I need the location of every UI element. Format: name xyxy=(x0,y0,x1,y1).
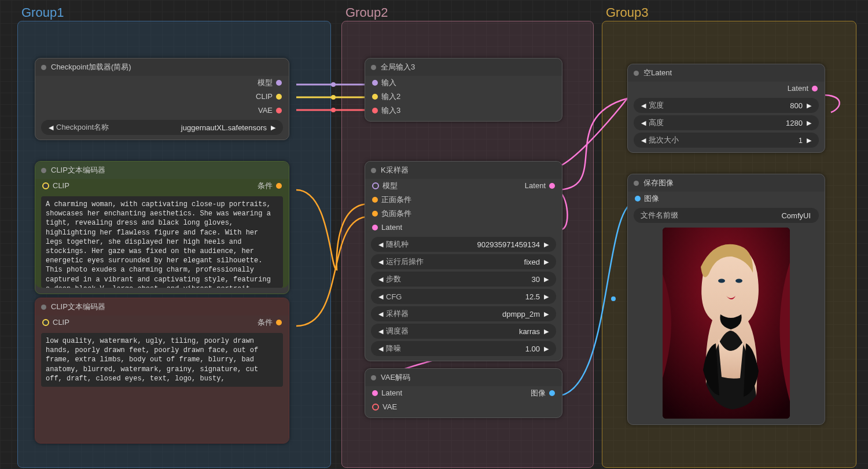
in-1[interactable]: 输入 xyxy=(372,77,396,89)
collapse-icon[interactable] xyxy=(371,168,376,173)
out-model[interactable]: 模型 xyxy=(258,77,282,89)
node-clip-positive[interactable]: CLIP文本编码器 CLIP 条件 xyxy=(35,161,289,294)
chevron-right-icon[interactable]: ▶ xyxy=(805,119,813,127)
chevron-left-icon[interactable]: ◀ xyxy=(377,328,385,335)
chevron-left-icon[interactable]: ◀ xyxy=(377,276,385,283)
out-vae[interactable]: VAE xyxy=(258,105,282,116)
out-clip[interactable]: CLIP xyxy=(256,91,282,102)
svg-point-1 xyxy=(331,95,336,100)
in-model[interactable]: 模型 xyxy=(372,180,398,192)
node-title: VAE解码 xyxy=(381,372,410,383)
chevron-right-icon[interactable]: ▶ xyxy=(805,102,813,109)
chevron-right-icon[interactable]: ▶ xyxy=(269,124,277,131)
chevron-left-icon[interactable]: ◀ xyxy=(377,293,385,301)
negative-prompt-textarea[interactable] xyxy=(41,333,283,387)
collapse-icon[interactable] xyxy=(371,375,376,380)
chevron-left-icon[interactable]: ◀ xyxy=(639,137,648,144)
in-2[interactable]: 输入2 xyxy=(372,91,400,102)
checkpoint-name-widget[interactable]: ◀ Checkpoint名称 juggernautXL.safetensors … xyxy=(41,120,283,135)
node-title: Checkpoint加载器(简易) xyxy=(51,62,131,72)
node-title: 保存图像 xyxy=(643,178,674,188)
out-conditioning[interactable]: 条件 xyxy=(258,180,282,192)
collapse-icon[interactable] xyxy=(41,305,46,310)
node-vae-decode[interactable]: VAE解码 Latent 图像 VAE xyxy=(365,368,562,418)
collapse-icon[interactable] xyxy=(41,65,46,70)
chevron-right-icon[interactable]: ▶ xyxy=(542,258,550,266)
collapse-icon[interactable] xyxy=(41,168,46,173)
in-latent[interactable]: Latent xyxy=(372,222,402,233)
chevron-left-icon[interactable]: ◀ xyxy=(639,119,648,127)
svg-point-6 xyxy=(735,279,742,283)
svg-point-5 xyxy=(718,279,725,283)
in-clip[interactable]: CLIP xyxy=(42,317,69,328)
node-title: 空Latent xyxy=(643,68,672,78)
positive-prompt-textarea[interactable] xyxy=(41,196,283,288)
widget-步数[interactable]: ◀步数30▶ xyxy=(371,272,556,287)
chevron-right-icon[interactable]: ▶ xyxy=(805,137,813,144)
chevron-right-icon[interactable]: ▶ xyxy=(542,310,550,318)
node-checkpoint-loader[interactable]: Checkpoint加载器(简易) 模型 CLIP VAE ◀ Checkpoi… xyxy=(35,58,289,140)
filename-prefix-widget[interactable]: 文件名前缀 ComfyUI xyxy=(634,208,819,223)
widget-宽度[interactable]: ◀宽度800▶ xyxy=(634,98,819,113)
chevron-left-icon[interactable]: ◀ xyxy=(377,241,385,248)
node-empty-latent[interactable]: 空Latent Latent ◀宽度800▶◀高度1280▶◀批次大小1▶ xyxy=(627,64,825,153)
collapse-icon[interactable] xyxy=(634,181,639,186)
chevron-right-icon[interactable]: ▶ xyxy=(542,345,550,353)
node-ksampler[interactable]: K采样器 模型 Latent 正面条件 负面条件 Latent ◀随机种9029… xyxy=(365,161,562,361)
chevron-left-icon[interactable]: ◀ xyxy=(377,345,385,353)
node-clip-negative[interactable]: CLIP文本编码器 CLIP 条件 xyxy=(35,298,289,444)
image-preview xyxy=(663,228,790,419)
collapse-icon[interactable] xyxy=(371,65,376,70)
in-latent[interactable]: Latent xyxy=(372,387,402,399)
chevron-left-icon[interactable]: ◀ xyxy=(639,102,648,109)
node-global-inputs[interactable]: 全局输入3 输入 输入2 输入3 xyxy=(365,58,562,122)
out-conditioning[interactable]: 条件 xyxy=(258,317,282,328)
node-title: 全局输入3 xyxy=(381,62,415,72)
chevron-left-icon[interactable]: ◀ xyxy=(47,124,55,131)
svg-point-2 xyxy=(331,108,336,112)
in-neg[interactable]: 负面条件 xyxy=(372,208,411,219)
out-latent[interactable]: Latent xyxy=(525,180,555,192)
widget-批次大小[interactable]: ◀批次大小1▶ xyxy=(634,133,819,148)
widget-采样器[interactable]: ◀采样器dpmpp_2m▶ xyxy=(371,306,556,321)
widget-随机种[interactable]: ◀随机种902935971459134▶ xyxy=(371,237,556,252)
group-3-title: Group3 xyxy=(606,5,648,20)
widget-CFG[interactable]: ◀CFG12.5▶ xyxy=(371,289,556,304)
node-title: CLIP文本编码器 xyxy=(51,302,105,312)
in-vae[interactable]: VAE xyxy=(372,401,397,413)
group-2-title: Group2 xyxy=(345,5,388,20)
out-latent[interactable]: Latent xyxy=(788,83,818,94)
chevron-left-icon[interactable]: ◀ xyxy=(377,310,385,318)
widget-降噪[interactable]: ◀降噪1.00▶ xyxy=(371,341,556,356)
chevron-right-icon[interactable]: ▶ xyxy=(542,328,550,335)
out-image[interactable]: 图像 xyxy=(531,387,555,399)
in-3[interactable]: 输入3 xyxy=(372,105,400,116)
node-title: CLIP文本编码器 xyxy=(51,165,105,175)
collapse-icon[interactable] xyxy=(634,71,639,76)
in-clip[interactable]: CLIP xyxy=(42,180,69,192)
svg-point-0 xyxy=(331,82,336,87)
node-save-image[interactable]: 保存图像 图像 文件名前缀 ComfyUI xyxy=(627,174,825,425)
widget-高度[interactable]: ◀高度1280▶ xyxy=(634,115,819,130)
in-image[interactable]: 图像 xyxy=(635,193,659,204)
in-pos[interactable]: 正面条件 xyxy=(372,194,411,206)
group-1-title: Group1 xyxy=(21,5,64,20)
node-title: K采样器 xyxy=(381,165,409,175)
chevron-right-icon[interactable]: ▶ xyxy=(542,276,550,283)
chevron-left-icon[interactable]: ◀ xyxy=(377,258,385,266)
widget-调度器[interactable]: ◀调度器karras▶ xyxy=(371,324,556,339)
widget-运行后操作[interactable]: ◀运行后操作fixed▶ xyxy=(371,254,556,269)
chevron-right-icon[interactable]: ▶ xyxy=(542,241,550,248)
chevron-right-icon[interactable]: ▶ xyxy=(542,293,550,301)
